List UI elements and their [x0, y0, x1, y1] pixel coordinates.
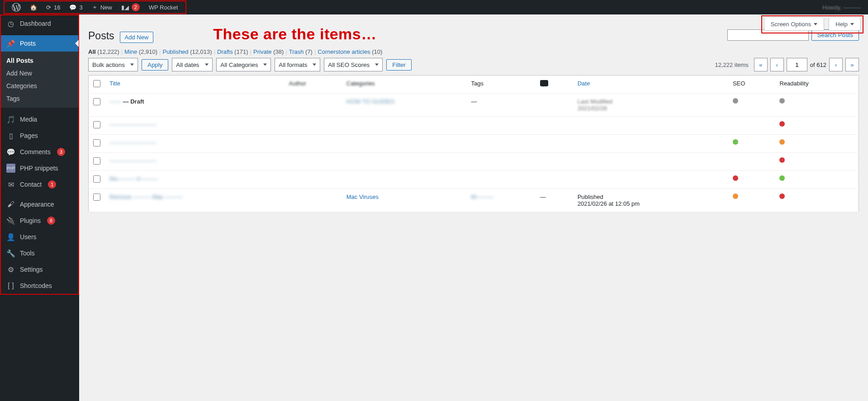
cell-tags — [467, 171, 536, 189]
comments-count: 3 — [79, 4, 82, 11]
filter-link[interactable]: Mine (2,910) — [124, 48, 157, 55]
annotation-text: These are the items… — [213, 25, 376, 43]
cell-title[interactable]: Re——— V——— — [105, 171, 285, 189]
cell-date — [573, 135, 728, 153]
row-checkbox[interactable] — [93, 175, 100, 183]
filter-link[interactable]: Cornerstone articles (10) — [318, 48, 382, 55]
envelope-icon: ✉ — [6, 180, 15, 189]
filter-link[interactable]: Trash (7) — [289, 48, 313, 55]
cell-comments — [536, 94, 573, 117]
home-icon[interactable]: 🏠 — [25, 1, 42, 14]
row-cb — [89, 153, 105, 171]
filter-link[interactable]: Drafts (171) — [217, 48, 248, 55]
new-label: New — [100, 4, 112, 11]
cell-title[interactable]: ———————— — [105, 117, 285, 135]
plug-icon: 🔌 — [6, 216, 15, 225]
sidebar-item-posts[interactable]: 📌 Posts — [1, 35, 78, 52]
categories-filter-select[interactable]: All Categories — [216, 58, 271, 71]
sidebar-item-php-snippets[interactable]: PHPPHP snippets — [1, 160, 78, 176]
cell-title[interactable]: ———————— — [105, 153, 285, 171]
media-icon: 🎵 — [6, 115, 15, 124]
filter-link[interactable]: All (12,222) — [88, 48, 119, 55]
cell-tags: M——— — [467, 189, 536, 212]
new-item[interactable]: ＋ New — [87, 1, 117, 14]
last-page-button[interactable]: » — [845, 58, 859, 71]
pin-icon: 📌 — [6, 39, 15, 48]
sidebar-item-contact[interactable]: ✉Contact1 — [1, 176, 78, 193]
readability-dot-icon — [779, 121, 785, 127]
wp-rocket-item[interactable]: WP Rocket — [144, 1, 183, 14]
row-cb — [89, 171, 105, 189]
help-label: Help — [835, 21, 848, 28]
cell-title[interactable]: ———————— — [105, 135, 285, 153]
sidebar-item-label: Comments — [20, 148, 51, 156]
page-title: Posts — [88, 30, 114, 42]
help-tab[interactable]: Help — [829, 18, 861, 31]
yoast-badge: 2 — [132, 3, 140, 11]
sidebar-item-label: Dashboard — [20, 20, 51, 27]
sidebar-item-comments[interactable]: 💬Comments3 — [1, 144, 78, 160]
cell-author — [285, 135, 342, 153]
cell-readability — [775, 153, 859, 171]
sidebar-item-media[interactable]: 🎵Media — [1, 111, 78, 127]
submenu-add-new[interactable]: Add New — [1, 67, 78, 80]
sidebar-item-plugins[interactable]: 🔌Plugins8 — [1, 212, 78, 229]
dates-filter-select[interactable]: All dates — [172, 58, 213, 71]
cell-tags — [467, 135, 536, 153]
screen-options-tab[interactable]: Screen Options — [764, 18, 825, 31]
select-all-checkbox[interactable] — [93, 80, 100, 87]
filter-link[interactable]: Private (38) — [253, 48, 284, 55]
sidebar-item-label: Media — [20, 116, 37, 123]
cell-readability — [775, 117, 859, 135]
cell-categories: HOW TO GUIDES — [342, 94, 467, 117]
cell-seo — [728, 171, 775, 189]
cell-title[interactable]: —— — Draft — [105, 94, 285, 117]
seo-scores-filter-select[interactable]: All SEO Scores — [324, 58, 383, 71]
col-date[interactable]: Date — [573, 75, 728, 94]
brush-icon: 🖌 — [6, 200, 15, 209]
bulk-actions-select[interactable]: Bulk actions — [88, 58, 138, 71]
prev-page-button[interactable]: ‹ — [770, 58, 784, 71]
sidebar-item-users[interactable]: 👤Users — [1, 229, 78, 230]
first-page-button[interactable]: « — [754, 58, 768, 71]
seo-dot-icon — [733, 193, 738, 199]
cell-date — [573, 117, 728, 135]
cell-author — [285, 153, 342, 171]
posts-table: Title Author Categories Tags Date SEO Re… — [88, 75, 859, 212]
col-comments[interactable] — [536, 75, 573, 94]
formats-filter-select[interactable]: All formats — [275, 58, 320, 71]
readability-dot-icon — [779, 193, 785, 199]
col-tags: Tags — [467, 75, 536, 94]
updates-item[interactable]: ⟳ 16 — [42, 1, 65, 14]
add-new-button[interactable]: Add New — [120, 32, 154, 43]
cell-seo — [728, 189, 775, 212]
next-page-button[interactable]: › — [829, 58, 843, 71]
yoast-item[interactable]: ▮◢ 2 — [117, 1, 144, 14]
wp-logo-icon[interactable] — [7, 1, 25, 14]
row-checkbox[interactable] — [93, 121, 100, 128]
sidebar-item-pages[interactable]: ▯Pages — [1, 127, 78, 144]
row-checkbox[interactable] — [93, 98, 100, 105]
sidebar-item-appearance[interactable]: 🖌Appearance — [1, 196, 78, 212]
row-checkbox[interactable] — [93, 157, 100, 165]
submenu-categories[interactable]: Categories — [1, 80, 78, 92]
current-page-input[interactable] — [787, 58, 807, 71]
comments-item[interactable]: 💬 3 — [65, 1, 87, 14]
cell-readability — [775, 94, 859, 117]
row-checkbox[interactable] — [93, 193, 100, 201]
sidebar-item-dashboard[interactable]: ◷ Dashboard — [1, 15, 78, 32]
filter-link[interactable]: Published (12,013) — [162, 48, 212, 55]
cell-title[interactable]: Remove ——— Mac ——— — [105, 189, 285, 212]
filter-button[interactable]: Filter — [386, 59, 412, 71]
plus-icon: ＋ — [92, 3, 98, 11]
howdy-user[interactable]: Howdy, ——— — [822, 4, 864, 11]
separator: | — [157, 48, 162, 55]
row-checkbox[interactable] — [93, 139, 100, 146]
readability-dot-icon — [779, 98, 785, 104]
col-title[interactable]: Title — [105, 75, 285, 94]
apply-button[interactable]: Apply — [142, 59, 168, 71]
readability-dot-icon — [779, 139, 785, 145]
submenu-tags[interactable]: Tags — [1, 92, 78, 105]
wp-rocket-label: WP Rocket — [149, 4, 178, 11]
submenu-all-posts[interactable]: All Posts — [1, 54, 78, 67]
